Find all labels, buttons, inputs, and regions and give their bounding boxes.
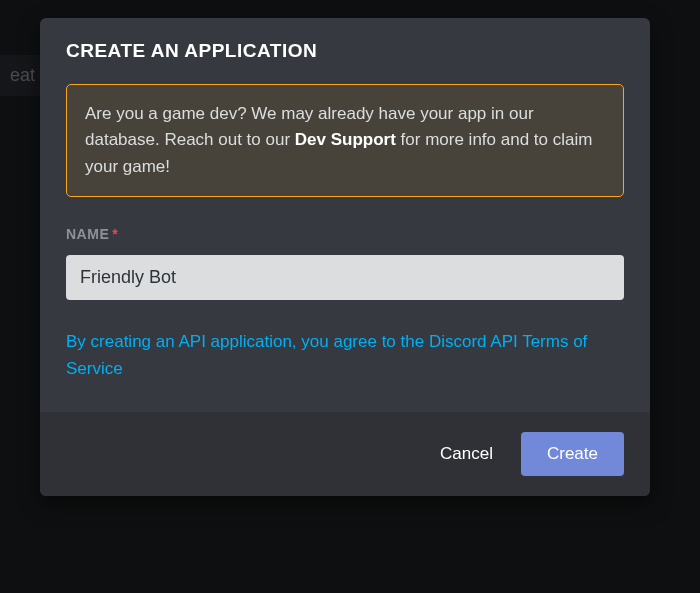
terms-agreement: By creating an API application, you agre… (66, 328, 624, 382)
create-button[interactable]: Create (521, 432, 624, 476)
modal-title: CREATE AN APPLICATION (66, 40, 624, 62)
dev-support-link[interactable]: Dev Support (295, 130, 396, 149)
name-label-text: NAME (66, 226, 109, 242)
required-marker: * (112, 226, 118, 242)
modal-footer: Cancel Create (40, 412, 650, 496)
create-application-modal: CREATE AN APPLICATION Are you a game dev… (40, 18, 650, 496)
modal-body: Are you a game dev? We may already have … (40, 62, 650, 412)
terms-of-service-link[interactable]: By creating an API application, you agre… (66, 332, 587, 378)
name-label: NAME* (66, 226, 118, 242)
name-field-group: NAME* (66, 225, 624, 300)
modal-header: CREATE AN APPLICATION (40, 18, 650, 62)
cancel-button[interactable]: Cancel (436, 436, 497, 472)
game-dev-notice: Are you a game dev? We may already have … (66, 84, 624, 197)
name-input[interactable] (66, 255, 624, 300)
